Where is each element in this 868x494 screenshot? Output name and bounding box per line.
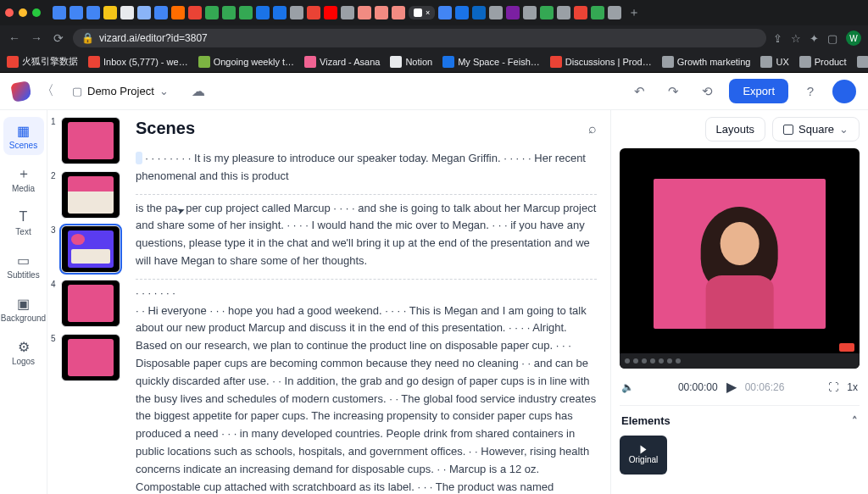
browser-tab[interactable] (307, 6, 320, 19)
browser-tab[interactable] (256, 6, 270, 19)
browser-tab[interactable] (574, 6, 587, 19)
browser-tab[interactable] (239, 6, 253, 19)
bookmark-label: UX (776, 57, 788, 67)
redo-button[interactable]: ↷ (661, 80, 685, 103)
scene-number: 3 (51, 225, 56, 235)
star-icon[interactable]: ☆ (791, 32, 801, 45)
back-to-projects[interactable]: 〈 (41, 82, 54, 100)
browser-tab[interactable] (205, 6, 219, 19)
browser-tab[interactable] (273, 6, 287, 19)
address-bar[interactable]: 🔒 vizard.ai/editor?id=3807 (73, 29, 766, 47)
scene-thumb[interactable]: 5 (53, 334, 117, 381)
record-indicator (839, 343, 854, 352)
transcript-paragraph[interactable]: · · · · · · ·· · Hi everyone · · · hope … (136, 280, 597, 494)
browser-tab[interactable] (341, 6, 354, 19)
browser-tab[interactable] (506, 6, 520, 19)
scene-thumb[interactable]: 1 (53, 117, 117, 164)
browser-tab[interactable] (171, 6, 185, 19)
browser-tab[interactable] (86, 6, 100, 19)
bookmark-item[interactable]: Notion (390, 56, 432, 68)
reload-button[interactable]: ⟳ (51, 31, 66, 45)
rail-item-logos[interactable]: ⚙Logos (3, 333, 44, 371)
browser-tab[interactable] (523, 6, 537, 19)
browser-tab[interactable] (120, 6, 134, 19)
transcript-body[interactable]: · · · · · · · · It is my pleasure to int… (136, 145, 597, 494)
aspect-ratio-selector[interactable]: Square ⌄ (772, 117, 860, 142)
undo-button[interactable]: ↶ (627, 80, 651, 103)
browser-tab[interactable] (392, 6, 405, 19)
bookmark-item[interactable]: Vizard - Asana (304, 56, 380, 68)
forward-button[interactable]: → (29, 31, 44, 45)
bookmark-item[interactable]: Inbox (5,777) - we… (88, 56, 188, 68)
minimize-window-dot[interactable] (19, 8, 27, 17)
bookmark-label: Ongoing weekly t… (214, 57, 294, 67)
scene-thumb[interactable]: 3 (53, 225, 117, 273)
browser-tab[interactable] (608, 6, 621, 19)
browser-tab[interactable] (137, 6, 151, 19)
bookmark-item[interactable]: Ongoing weekly t… (198, 56, 294, 68)
video-preview[interactable] (620, 148, 860, 369)
rail-item-media[interactable]: ＋Media (3, 160, 44, 198)
browser-tab[interactable] (188, 6, 202, 19)
close-window-dot[interactable] (5, 8, 14, 17)
browser-tab[interactable] (70, 6, 83, 19)
bookmark-item[interactable]: Discussions | Prod… (550, 56, 652, 68)
original-element-tile[interactable]: Original (620, 436, 667, 475)
vizard-logo[interactable] (12, 82, 31, 101)
scene-thumb[interactable]: 4 (53, 280, 117, 327)
rail-item-background[interactable]: ▣Background (3, 290, 44, 328)
browser-tab[interactable] (375, 6, 388, 19)
browser-tab[interactable] (557, 6, 570, 19)
browser-tab[interactable] (324, 6, 337, 19)
scene-thumb[interactable]: 2 (53, 171, 117, 219)
history-button[interactable]: ⟲ (695, 80, 719, 103)
rail-item-scenes[interactable]: ▦Scenes (3, 117, 44, 155)
chevron-up-icon[interactable]: ˄ (852, 414, 858, 427)
active-tab[interactable]: × (409, 6, 435, 19)
maximize-window-dot[interactable] (32, 8, 41, 17)
project-selector[interactable]: ▢ Demo Project ⌄ (64, 80, 176, 102)
fullscreen-icon[interactable]: ⛶ (828, 381, 838, 393)
transcript-paragraph[interactable]: is the pa➤per cup project called Marcup … (136, 195, 597, 280)
browser-tab[interactable] (438, 6, 452, 19)
rail-item-text[interactable]: TText (3, 203, 44, 241)
browser-tab[interactable] (591, 6, 604, 19)
browser-tab[interactable] (103, 6, 117, 19)
layouts-button[interactable]: Layouts (705, 117, 766, 142)
transcript-paragraph[interactable]: · · · · · · · · It is my pleasure to int… (136, 145, 597, 195)
browser-tab[interactable] (489, 6, 503, 19)
active-tab-close-icon[interactable]: × (426, 8, 430, 17)
bookmark-item[interactable]: UX (760, 56, 788, 68)
play-button[interactable]: ▶ (726, 379, 737, 395)
playback-speed[interactable]: 1x (847, 381, 858, 393)
browser-tab[interactable] (290, 6, 303, 19)
volume-icon[interactable]: 🔈 (621, 381, 634, 393)
bookmark-item[interactable]: My Space - Feish… (442, 56, 540, 68)
browser-tab[interactable] (540, 6, 554, 19)
bookmark-item[interactable]: Product (799, 56, 847, 68)
profile-badge[interactable]: W (846, 31, 861, 46)
bookmark-item[interactable]: Work-related gro… (857, 56, 868, 68)
window-controls[interactable] (5, 8, 41, 17)
back-button[interactable]: ← (7, 31, 22, 45)
tabs-overview-icon[interactable]: ▢ (827, 32, 837, 45)
bookmark-item[interactable]: 火狐引擎数据 (7, 55, 78, 68)
browser-tab[interactable] (222, 6, 236, 19)
preview-panel: Layouts Square ⌄ 🔈 (610, 110, 868, 494)
browser-tab[interactable] (53, 6, 66, 19)
bookmark-label: 火狐引擎数据 (22, 55, 78, 68)
new-tab-button[interactable]: ＋ (628, 5, 640, 20)
browser-tab[interactable] (358, 6, 371, 19)
rail-item-subtitles[interactable]: ▭Subtitles (3, 247, 44, 285)
share-icon[interactable]: ⇪ (773, 32, 782, 45)
export-button[interactable]: Export (729, 79, 788, 103)
search-icon[interactable]: ⌕ (588, 121, 597, 136)
browser-tab[interactable] (455, 6, 469, 19)
cloud-sync-icon[interactable]: ☁ (192, 83, 205, 99)
help-button[interactable]: ? (798, 80, 822, 103)
bookmark-item[interactable]: Growth marketing (662, 56, 751, 68)
browser-tab[interactable] (154, 6, 168, 19)
user-avatar[interactable] (832, 80, 856, 103)
extensions-icon[interactable]: ✦ (810, 32, 819, 45)
browser-tab[interactable] (472, 6, 486, 19)
